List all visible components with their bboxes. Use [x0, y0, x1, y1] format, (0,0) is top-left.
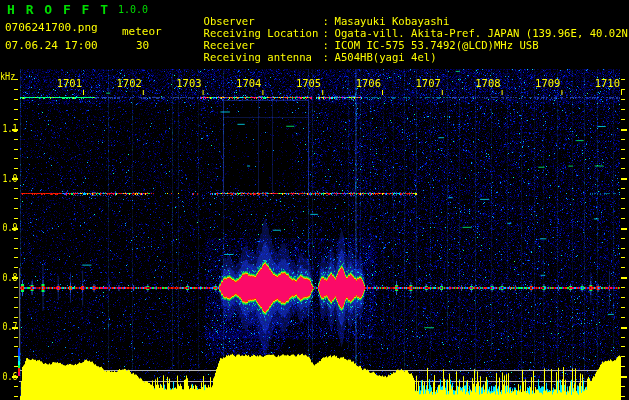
time-tick-label: 1710: [593, 77, 620, 89]
info-row: Observer:Masayuki Kobayashi: [178, 3, 449, 15]
output-filename: 0706241700.png: [5, 21, 98, 34]
app-title: H R O F F T: [7, 2, 110, 17]
time-tick-label: 1705: [294, 77, 321, 89]
info-value: A504HB(yagi 4el): [335, 51, 437, 63]
time-tick-label: 1702: [115, 77, 142, 89]
hrofft-window: H R O F F T 1.0.0 0706241700.png meteor …: [0, 0, 629, 400]
info-row: Receiver:ICOM IC-575 53.7492(@LCD)MHz US…: [178, 27, 539, 39]
app-version: 1.0.0: [118, 4, 148, 15]
observation-mode: meteor: [122, 25, 162, 38]
time-tick-label: 1709: [533, 77, 560, 89]
info-label: Receiving antenna: [204, 51, 323, 63]
freq-tick-label: 0.9: [3, 222, 14, 233]
time-tick-label: 1701: [55, 77, 82, 89]
capture-interval: 30: [136, 39, 149, 52]
info-separator: :: [323, 51, 335, 63]
time-tick-label: 1706: [354, 77, 381, 89]
time-tick-label: 1707: [414, 77, 441, 89]
info-row: Receiving antenna:A504HB(yagi 4el): [178, 39, 437, 51]
freq-tick-label: 1.0: [3, 173, 14, 184]
capture-datetime: 07.06.24 17:00: [5, 39, 98, 52]
time-tick-label: 1708: [474, 77, 501, 89]
info-row: Receiving Location:Ogata-vill. Akita-Pre…: [178, 15, 629, 27]
freq-tick-label: 0.8: [3, 272, 14, 283]
freq-tick-label: 0.6: [3, 371, 14, 382]
freq-axis-unit: kHz: [0, 71, 16, 82]
freq-tick-label: 1.1: [3, 123, 14, 134]
time-tick-label: 1703: [175, 77, 202, 89]
time-tick-label: 1704: [234, 77, 261, 89]
freq-tick-label: 0.7: [3, 321, 14, 332]
